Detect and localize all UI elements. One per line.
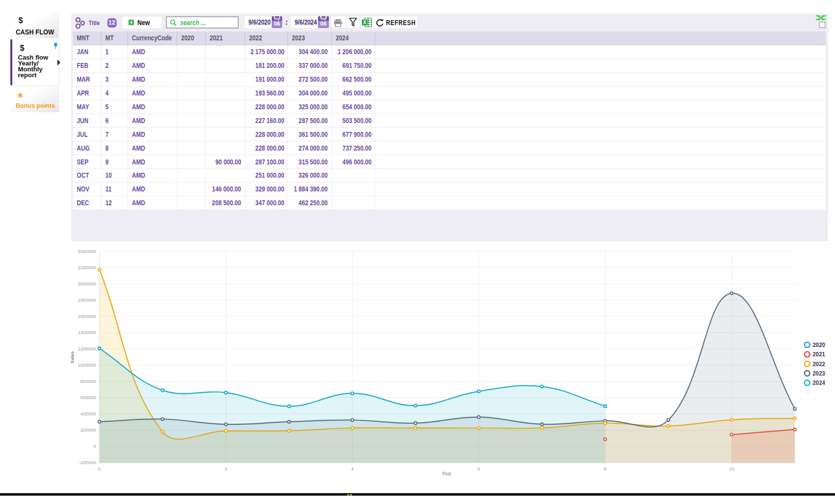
svg-text:2000000: 2000000 (78, 281, 96, 286)
svg-text:1600000: 1600000 (78, 314, 96, 319)
svg-text:2400000: 2400000 (78, 249, 96, 254)
svg-text:400000: 400000 (80, 411, 96, 416)
svg-text:0: 0 (98, 466, 100, 472)
svg-text:2023: 2023 (813, 370, 826, 377)
svg-text:1200000: 1200000 (78, 346, 96, 351)
svg-text:2020: 2020 (813, 341, 826, 348)
svg-text:1000000: 1000000 (78, 362, 96, 368)
svg-text:1400000: 1400000 (78, 330, 96, 335)
svg-text:2021: 2021 (813, 350, 826, 358)
svg-text:6: 6 (478, 466, 480, 472)
svg-text:0: 0 (94, 443, 96, 449)
svg-text:2200000: 2200000 (78, 265, 96, 270)
svg-text:200000: 200000 (80, 427, 96, 433)
svg-text:Sales: Sales (69, 351, 75, 364)
svg-text:8: 8 (604, 466, 607, 472)
svg-text:10: 10 (729, 466, 735, 472)
svg-text:1800000: 1800000 (78, 297, 96, 303)
svg-text:-200000: -200000 (79, 460, 96, 465)
svg-text:600000: 600000 (80, 395, 96, 400)
svg-text:Year: Year (442, 471, 452, 476)
svg-text:800000: 800000 (80, 378, 96, 384)
svg-text:2: 2 (225, 466, 227, 472)
svg-text:4: 4 (351, 466, 353, 472)
svg-text:2024: 2024 (813, 379, 826, 386)
svg-text:2022: 2022 (813, 360, 826, 368)
